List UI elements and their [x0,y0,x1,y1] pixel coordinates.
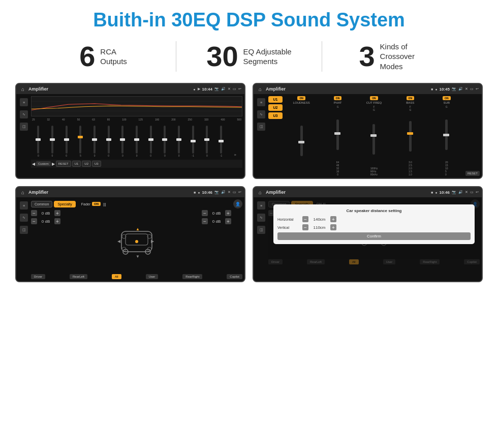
fader-user-btn[interactable]: User [146,274,159,279]
fader-minus-1[interactable]: − [31,218,37,224]
fader-all-btn[interactable]: All [112,274,121,279]
cross-cutfreq-slider[interactable] [372,124,375,155]
back-icon-1[interactable]: ↩ [238,87,241,91]
fader-tab-common[interactable]: Common [31,201,52,207]
cross-wave-icon[interactable]: ∿ [257,110,265,118]
cross-u3-btn[interactable]: U3 [268,112,283,119]
eq-wave-icon[interactable]: ∿ [20,110,28,118]
fader-rearleft-btn[interactable]: RearLeft [70,274,87,279]
fader-rearright-btn[interactable]: RearRight [182,274,202,279]
fader-filter-icon[interactable]: ≡ [20,201,28,210]
cross-loudness-toggle[interactable]: ON [297,96,305,100]
cross-u2-btn[interactable]: U2 [268,104,283,111]
fader-wave-icon[interactable]: ∿ [20,214,28,222]
close-icon-1[interactable]: ✕ [228,87,231,91]
status-bar-3: ⌂ Amplifier ■ ● 10:46 📷 🔊 ✕ ▭ ↩ [16,187,244,197]
cross-sub-toggle[interactable]: ON [443,96,451,100]
fader-driver-btn[interactable]: Driver [31,274,45,279]
cross-bass-slider[interactable] [409,121,412,152]
eq-u1-btn[interactable]: U1 [72,161,81,167]
cross-phat-toggle[interactable]: ON [334,96,342,100]
stat-crossover-desc: Kinds ofCrossover Modes [380,42,431,72]
eq-slider-0[interactable]: 0 [32,126,45,157]
cross-reset-btn[interactable]: RESET [465,171,480,176]
stat-eq: 30 EQ AdjustableSegments [176,42,322,71]
volume-icon-4[interactable]: 🔊 [458,190,463,194]
eq-filter-icon[interactable]: ≡ [20,98,28,106]
fader-minus-3[interactable]: − [202,218,208,224]
cross-sub-slider[interactable] [445,120,448,150]
eq-slider-9[interactable]: 0 [159,126,171,157]
eq-slider-3[interactable]: 5 [74,126,87,157]
confirm-button[interactable]: Confirm [277,232,471,240]
eq-expand-btn[interactable]: » [229,153,241,157]
fader-db-row-0: − 0 dB + [31,210,72,216]
fader-speaker-icon[interactable]: ◫ [20,226,28,234]
eq-slider-11[interactable]: -1 [186,126,199,157]
close-icon-3[interactable]: ✕ [228,190,231,194]
fader-plus-0[interactable]: + [54,210,60,216]
back-icon-3[interactable]: ↩ [238,190,241,194]
cross-u1-btn[interactable]: U1 [268,96,283,103]
eq-slider-4[interactable]: 0 [88,126,101,157]
fader-top-bar: Common Specialty Fader ON ||| 👤 [31,199,242,208]
eq-slider-13[interactable]: -1 [215,126,228,157]
cross-bass-toggle[interactable]: ON [407,96,415,100]
cross-loudness-slider[interactable] [300,126,303,156]
home-icon-4[interactable]: ⌂ [257,189,264,196]
cross-bass: ON BASS FG 3.02.52.01.51.0 [393,96,427,176]
eq-play-btn[interactable]: ▶ [52,162,55,166]
play-icon-1[interactable]: ▶ [198,87,200,91]
cross-speaker-icon[interactable]: ◫ [257,123,265,131]
eq-slider-12[interactable]: 0 [201,126,213,157]
stat-rca: 6 RCAOutputs [30,42,176,71]
fader-minus-2[interactable]: − [202,210,208,216]
dist-speaker-icon[interactable]: ◫ [257,226,265,234]
eq-reset-btn[interactable]: RESET [56,161,71,167]
fader-plus-2[interactable]: + [225,210,231,216]
volume-icon-2[interactable]: 🔊 [458,87,463,91]
eq-graph [31,96,242,116]
home-icon-3[interactable]: ⌂ [19,189,26,196]
dist-vertical-minus[interactable]: − [302,224,308,230]
dist-horizontal-minus[interactable]: − [302,216,308,222]
volume-icon-3[interactable]: 🔊 [221,190,226,194]
dist-wave-icon[interactable]: ∿ [257,214,265,222]
home-icon-1[interactable]: ⌂ [19,85,26,93]
fader-toggle[interactable]: ON [92,202,101,206]
stats-row: 6 RCAOutputs 30 EQ AdjustableSegments 3 … [0,36,498,79]
close-icon-4[interactable]: ✕ [465,190,468,194]
fader-db-val-0: 0 dB [39,211,53,216]
home-icon-2[interactable]: ⌂ [257,85,264,93]
fader-minus-0[interactable]: − [31,210,37,216]
eq-slider-1[interactable]: 0 [46,126,59,157]
eq-u3-btn[interactable]: U3 [92,161,101,167]
fader-plus-1[interactable]: + [54,218,60,224]
fader-profile-icon[interactable]: 👤 [233,199,242,208]
eq-slider-8[interactable]: 0 [144,126,157,157]
eq-slider-5[interactable]: 0 [102,126,115,157]
dist-filter-icon[interactable]: ≡ [257,201,265,210]
back-icon-4[interactable]: ↩ [476,190,479,194]
eq-prev-btn[interactable]: ◀ [32,162,35,166]
back-icon-2[interactable]: ↩ [476,87,479,91]
dist-vertical-plus[interactable]: + [330,224,336,230]
eq-u2-btn[interactable]: U2 [82,161,91,167]
fader-copilot-btn[interactable]: Copilot [227,274,242,279]
window-icon-3: ▭ [233,190,236,194]
eq-slider-10[interactable]: 0 [173,126,185,157]
close-icon-2[interactable]: ✕ [465,87,468,91]
cross-cutfreq-toggle[interactable]: ON [370,96,378,100]
dist-horizontal-plus[interactable]: + [330,216,336,222]
eq-slider-7[interactable]: 0 [131,126,143,157]
fader-tab-specialty[interactable]: Specialty [54,201,75,207]
eq-slider-6[interactable]: 0 [116,126,129,157]
cross-filter-icon[interactable]: ≡ [257,98,265,106]
eq-speaker-icon[interactable]: ◫ [20,123,28,131]
cross-phat-slider[interactable] [336,120,339,150]
fader-plus-3[interactable]: + [225,218,231,224]
cross-sidebar: ≡ ∿ ◫ [256,96,267,176]
eq-slider-2[interactable]: 0 [60,126,73,157]
camera-icon-2: 📷 [452,87,456,91]
volume-icon-1[interactable]: 🔊 [221,87,226,91]
